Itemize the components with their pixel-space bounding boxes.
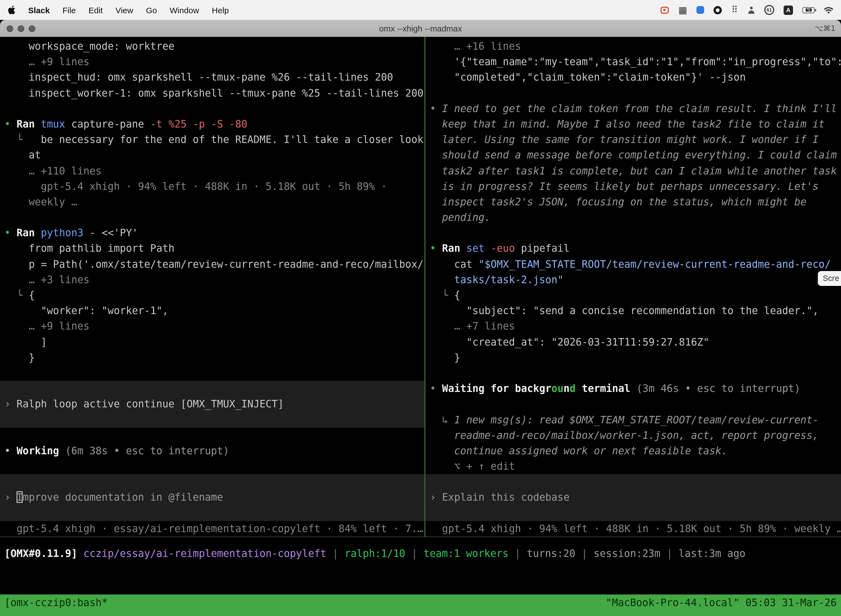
close-button[interactable] — [7, 25, 13, 32]
text-segment: n — [563, 383, 570, 394]
terminal-window: omx --xhigh --madmax ⌥⌘1 workspace_mode:… — [0, 20, 841, 616]
screen-tooltip: Scre — [818, 271, 841, 286]
terminal-line: '{"team_name":"my-team","task_id":"1","f… — [425, 54, 841, 70]
terminal-line: from pathlib import Path — [0, 241, 424, 257]
text-segment: | — [575, 547, 593, 559]
text-segment: [OMX#0.11.9] — [4, 547, 84, 559]
text-segment: • — [4, 118, 16, 130]
terminal-line: • I need to get the claim token from the… — [425, 101, 841, 116]
text-segment: weekly … — [4, 196, 77, 208]
menu-bar-left: Slack File Edit View Go Window Help — [8, 5, 229, 15]
text-segment: └ — [4, 133, 29, 145]
text-segment: • — [430, 103, 442, 114]
text-segment: } — [430, 352, 460, 363]
terminal-line: • Ran set -euo pipefail — [425, 241, 841, 257]
text-segment: last:3m ago — [679, 547, 746, 559]
terminal-line: workspace_mode: worktree — [0, 39, 424, 54]
text-segment: is in progress? It seems likely but perh… — [430, 180, 819, 192]
text-segment: (3m 46s • esc to interrupt) — [637, 383, 800, 394]
text-segment: "created_at": "2026-03-31T11:59:27.816Z" — [430, 336, 709, 348]
terminal-line: } — [0, 350, 424, 365]
text-segment: cat — [430, 258, 478, 270]
terminal-line: inspect_worker-1: omx sparkshell --tmux-… — [0, 85, 424, 101]
menu-item-window[interactable]: Window — [170, 5, 199, 15]
terminal-line: readme-and-reco/mailbox/worker-1.json, a… — [425, 427, 841, 443]
terminal-line — [0, 505, 424, 521]
traffic-lights — [7, 25, 35, 32]
grid-icon[interactable]: ▦ — [678, 5, 687, 15]
text-segment: › — [4, 398, 16, 410]
terminal-line: gpt-5.4 xhigh · 94% left · 488K in · 5.1… — [0, 179, 424, 194]
wifi-icon[interactable] — [824, 6, 833, 13]
menu-bar-status-icons: ▦ ⠿ 61 A ϟ — [661, 5, 833, 15]
text-segment: … +7 lines — [430, 320, 515, 332]
text-segment: "subject": "send a concise recommendatio… — [430, 305, 819, 316]
text-segment: … +110 lines — [4, 165, 101, 176]
text-segment: terminal — [576, 383, 636, 394]
terminal-line: "completed","claim_token":"claim-token"}… — [425, 70, 841, 85]
text-segment: • — [4, 445, 16, 456]
terminal-line: } — [425, 350, 841, 365]
pane-bottom-separator — [0, 537, 841, 537]
screen-record-icon[interactable] — [661, 6, 669, 13]
input-source-icon[interactable]: A — [784, 5, 793, 15]
text-segment: Ran — [16, 118, 41, 130]
menu-app-name[interactable]: Slack — [28, 5, 50, 15]
omx-status-line: [OMX#0.11.9] cczip/essay/ai-reimplementa… — [0, 546, 841, 561]
text-segment: I need to get the claim token from the c… — [442, 103, 837, 114]
text-segment: -euo — [491, 243, 521, 254]
text-segment: | — [327, 547, 344, 559]
zoom-button[interactable] — [29, 25, 35, 32]
menu-item-view[interactable]: View — [115, 5, 133, 15]
terminal-line — [425, 474, 841, 490]
terminal-line — [0, 381, 424, 396]
battery-icon[interactable]: ϟ — [802, 7, 815, 13]
text-segment: '{"team_name":"my-team","task_id":"1","f… — [430, 56, 841, 67]
text-segment: … +9 lines — [4, 320, 89, 332]
terminal-line: … +3 lines — [0, 272, 424, 287]
text-segment: Ralph loop active continue [OMX_TMUX_INJ… — [16, 398, 284, 410]
terminal-line: • Waiting for background terminal (3m 46… — [425, 381, 841, 396]
terminal-content: workspace_mode: worktree … +9 lines insp… — [0, 37, 841, 616]
text-segment: later. Using the same for transition mig… — [430, 133, 819, 145]
terminal-line — [425, 85, 841, 101]
tmux-host-time: "MacBook-Pro-44.local" 05:03 31-Mar-26 — [606, 595, 837, 616]
menu-item-file[interactable]: File — [62, 5, 76, 15]
screen: Slack File Edit View Go Window Help ▦ ⠿ … — [0, 0, 841, 616]
terminal-line — [0, 474, 424, 490]
record-disc-icon[interactable] — [714, 6, 722, 14]
blue-app-icon[interactable] — [697, 6, 705, 14]
text-segment: inspect_worker-1: omx sparkshell --tmux-… — [4, 87, 423, 98]
menu-item-edit[interactable]: Edit — [89, 5, 103, 15]
text-segment: p = Path('.omx/state/team/review-current… — [4, 258, 423, 270]
battery-percent-icon[interactable]: 61 — [764, 5, 774, 15]
pane-right[interactable]: … +16 lines '{"team_name":"my-team","tas… — [425, 39, 841, 537]
menu-bar: Slack File Edit View Go Window Help ▦ ⠿ … — [0, 0, 841, 20]
user-icon[interactable] — [747, 6, 755, 13]
terminal-line: later. Using the same for transition mig… — [425, 132, 841, 147]
text-segment: from pathlib import Path — [4, 243, 174, 254]
text-segment: Working — [16, 445, 65, 456]
minimize-button[interactable] — [18, 25, 24, 32]
text-segment: Ran — [16, 227, 41, 239]
text-segment: should send a message before completing … — [430, 149, 837, 161]
apple-menu-icon[interactable] — [8, 5, 15, 15]
text-segment: gpt-5.4 xhigh · essay/ai-reimplementatio… — [4, 523, 423, 534]
text-segment: tmux — [41, 118, 71, 130]
text-segment: | — [508, 547, 527, 559]
text-segment: 1 new msg(s): read $OMX_TEAM_STATE_ROOT/… — [454, 414, 819, 425]
terminal-line: └ { — [425, 287, 841, 303]
text-segment: workspace_mode: worktree — [4, 40, 174, 52]
terminal-line: pending. — [425, 210, 841, 225]
terminal-line: … +16 lines — [425, 39, 841, 54]
terminal-line: cat "$OMX_TEAM_STATE_ROOT/team/review-cu… — [425, 257, 841, 272]
title-bar[interactable]: omx --xhigh --madmax ⌥⌘1 — [0, 20, 841, 37]
text-segment: be necessary for the end of the README. … — [29, 133, 423, 145]
text-segment: | — [405, 547, 423, 559]
menu-item-help[interactable]: Help — [212, 5, 229, 15]
dots-grid-icon[interactable]: ⠿ — [731, 6, 738, 14]
pane-left[interactable]: workspace_mode: worktree … +9 lines insp… — [0, 39, 424, 537]
menu-item-go[interactable]: Go — [146, 5, 157, 15]
text-segment: pending. — [430, 211, 491, 223]
terminal-line — [0, 101, 424, 116]
